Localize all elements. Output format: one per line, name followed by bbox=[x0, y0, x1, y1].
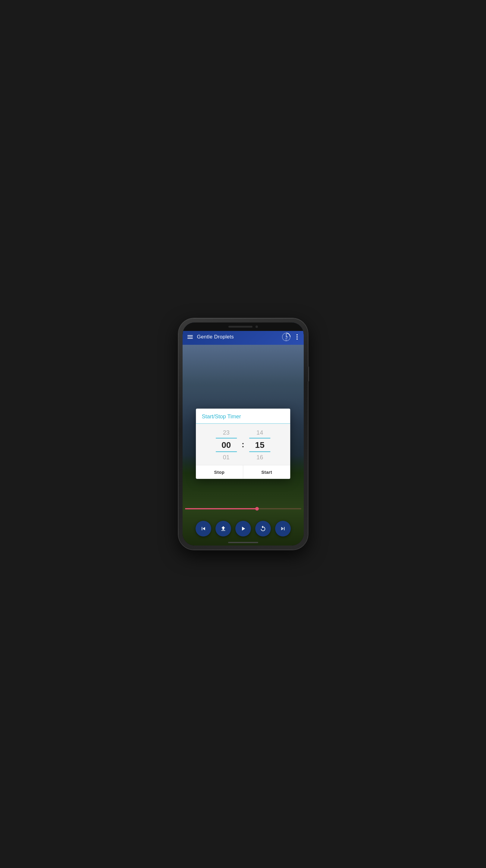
more-icon[interactable] bbox=[295, 333, 299, 341]
skip-previous-button[interactable] bbox=[196, 521, 211, 536]
minutes-above: 14 bbox=[256, 428, 263, 438]
time-picker: 23 00 01 : 14 15 16 bbox=[196, 427, 290, 463]
speaker bbox=[228, 326, 253, 328]
background-area: Start/Stop Timer 23 00 01 : 14 15 bbox=[183, 345, 304, 546]
hours-below: 01 bbox=[223, 452, 230, 462]
screen-content: Gentle Droplets 15 min bbox=[183, 322, 304, 546]
notch bbox=[183, 322, 304, 331]
timer-icon[interactable]: 15 min bbox=[282, 332, 291, 342]
camera bbox=[256, 326, 258, 328]
timer-dialog: Start/Stop Timer 23 00 01 : 14 15 bbox=[196, 409, 290, 479]
hours-current[interactable]: 00 bbox=[216, 438, 237, 452]
start-button[interactable]: Start bbox=[243, 465, 290, 479]
playback-controls bbox=[183, 521, 304, 536]
time-colon: : bbox=[240, 439, 246, 449]
minutes-column: 14 15 16 bbox=[246, 428, 273, 462]
app-title: Gentle Droplets bbox=[197, 334, 277, 340]
progress-thumb bbox=[255, 507, 259, 510]
minutes-below: 16 bbox=[256, 452, 263, 462]
phone-frame: Gentle Droplets 15 min bbox=[179, 318, 308, 550]
dialog-title: Start/Stop Timer bbox=[196, 409, 290, 424]
eject-button[interactable] bbox=[216, 521, 231, 536]
dialog-body: 23 00 01 : 14 15 16 bbox=[196, 424, 290, 465]
home-bar bbox=[228, 542, 258, 543]
stop-button[interactable]: Stop bbox=[196, 465, 243, 479]
skip-next-button[interactable] bbox=[275, 521, 291, 536]
svg-text:min: min bbox=[285, 340, 287, 341]
hamburger-icon[interactable] bbox=[187, 335, 193, 339]
minutes-current[interactable]: 15 bbox=[249, 438, 270, 452]
phone-screen: Gentle Droplets 15 min bbox=[183, 322, 304, 546]
play-button[interactable] bbox=[235, 521, 251, 536]
progress-track[interactable] bbox=[185, 508, 301, 509]
dialog-actions: Stop Start bbox=[196, 465, 290, 479]
replay-button[interactable] bbox=[255, 521, 271, 536]
progress-fill bbox=[185, 508, 257, 509]
hours-above: 23 bbox=[223, 428, 230, 438]
hours-column: 23 00 01 bbox=[213, 428, 240, 462]
progress-bar-container bbox=[183, 508, 304, 509]
